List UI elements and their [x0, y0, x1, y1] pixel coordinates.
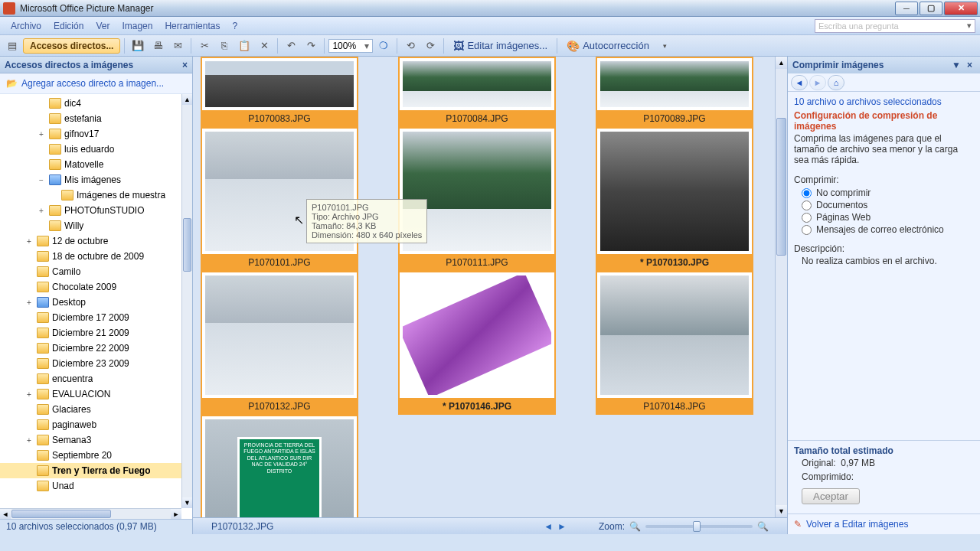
tree-item[interactable]: +EVALUACION [0, 386, 181, 402]
thumbnail-item[interactable]: PROVINCIA DE TIERRA DEL FUEGO ANTARTIDA … [201, 415, 358, 517]
menu-bar: Archivo Edición Ver Imagen Herramientas … [0, 17, 980, 35]
undo-icon[interactable]: ↶ [282, 37, 300, 54]
prev-image-icon[interactable]: ◄ [544, 521, 553, 532]
menu-archivo[interactable]: Archivo [5, 19, 47, 33]
left-panel-close-icon[interactable]: × [182, 60, 188, 70]
tree-item[interactable]: +Desktop [0, 295, 181, 310]
task-pane: Comprimir imágenes ▼ × ◄ ► ⌂ 10 archivo … [787, 57, 980, 534]
maximize-button[interactable]: ▢ [920, 2, 942, 15]
accept-button[interactable]: Aceptar [802, 488, 860, 504]
task-pane-dropdown-icon[interactable]: ▼ [949, 60, 964, 70]
rotate-right-icon[interactable]: ⟳ [421, 37, 439, 54]
tree-item[interactable]: paginaweb [0, 417, 181, 432]
description-label: Descripción: [794, 243, 974, 254]
zoom-out-icon[interactable]: 🔍 [629, 521, 641, 532]
minimize-button[interactable]: ─ [895, 2, 918, 15]
tree-item[interactable]: Diciembre 21 2009 [0, 325, 181, 341]
nav-home-icon[interactable]: ⌂ [828, 75, 844, 90]
auto-correct-button[interactable]: 🎨Autocorrección [561, 37, 655, 54]
save-icon[interactable]: 💾 [129, 37, 147, 54]
add-shortcut-link[interactable]: Agregar acceso directo a imagen... [0, 73, 192, 94]
tree-vertical-scrollbar[interactable]: ▲▼ [181, 94, 192, 508]
task-pane-close-icon[interactable]: × [964, 60, 975, 70]
tree-item[interactable]: Diciembre 22 2009 [0, 341, 181, 356]
thumbnail-item[interactable]: P1070132.JPG [201, 271, 358, 415]
tree-item[interactable]: +gifnov17 [0, 126, 181, 142]
tree-item[interactable]: Chocolate 2009 [0, 279, 181, 295]
tree-horizontal-scrollbar[interactable]: ◄► [0, 508, 181, 519]
tree-item[interactable]: 18 de octubre de 2009 [0, 249, 181, 264]
shortcuts-pane-icon[interactable]: ▤ [3, 37, 21, 54]
tree-item[interactable]: +Semana3 [0, 432, 181, 448]
left-panel: Accesos directos a imágenes × Agregar ac… [0, 57, 193, 534]
nav-fwd-icon[interactable]: ► [809, 75, 826, 90]
radio-documents[interactable]: Documentos [794, 199, 974, 211]
tree-item[interactable]: Diciembre 23 2009 [0, 356, 181, 371]
thumbnail-item[interactable]: P1070083.JPG [201, 57, 358, 127]
tree-item[interactable]: Septiembre 20 [0, 448, 181, 463]
edit-icon: ✎ [794, 519, 802, 530]
tree-item[interactable]: Glaciares [0, 402, 181, 417]
tree-item[interactable]: Tren y Tierra de Fuego [0, 463, 181, 478]
workspace: Accesos directos a imágenes × Agregar ac… [0, 57, 980, 534]
task-pane-header: Comprimir imágenes ▼ × [788, 57, 980, 73]
tree-item[interactable]: Unad [0, 478, 181, 494]
thumbnail-item[interactable]: P1070084.JPG [398, 57, 556, 127]
print-icon[interactable]: 🖶 [149, 37, 167, 54]
tree-item[interactable]: +PHOTOfunSTUDIO [0, 203, 181, 218]
cursor-icon: ↖ [294, 213, 304, 227]
compress-section-title: Configuración de compresión de imágenes [794, 110, 974, 132]
thumbnail-item[interactable]: P1070148.JPG [596, 271, 753, 415]
menu-imagen[interactable]: Imagen [116, 19, 158, 33]
thumbnails-scrollbar[interactable]: ▲▼ [775, 57, 787, 517]
zoom-in-icon[interactable]: 🔍 [757, 521, 769, 532]
task-pane-nav: ◄ ► ⌂ [788, 73, 980, 92]
redo-icon[interactable]: ↷ [302, 37, 320, 54]
radio-no-compress[interactable]: No comprimir [794, 187, 974, 199]
selection-status: 10 archivos seleccionados (0,97 MB) [0, 519, 192, 534]
compress-description: Comprima las imágenes para que el tamaño… [794, 133, 974, 165]
tree-item[interactable]: Imágenes de muestra [0, 187, 181, 203]
zoom-slider[interactable] [645, 525, 753, 528]
tree-item[interactable]: Diciembre 17 2009 [0, 310, 181, 325]
tree-item[interactable]: encuentra [0, 371, 181, 386]
zoom-combo[interactable]: 100%▾ [328, 39, 373, 53]
copy-icon[interactable]: ⎘ [215, 37, 234, 54]
tree-item[interactable]: luis eduardo [0, 142, 181, 157]
toolbar-overflow-icon[interactable]: ▾ [656, 37, 675, 54]
radio-web[interactable]: Páginas Web [794, 211, 974, 223]
cut-icon[interactable]: ✂ [195, 37, 214, 54]
radio-email[interactable]: Mensajes de correo electrónico [794, 223, 974, 236]
tree-item[interactable]: −Mis imágenes [0, 172, 181, 187]
current-filename: P1070132.JPG [211, 521, 273, 532]
thumbnail-item[interactable]: * P1070146.JPG [398, 271, 556, 415]
edit-images-button[interactable]: 🖼Editar imágenes... [448, 37, 553, 54]
menu-herramientas[interactable]: Herramientas [158, 19, 226, 33]
help-question-input[interactable]: Escriba una pregunta▾ [815, 19, 975, 33]
tree-item[interactable]: Willy [0, 218, 181, 233]
tree-item[interactable]: dic4 [0, 96, 181, 111]
thumbnail-area: ▦ ▭ ▢ P1070083.JPGP1070084.JPGP1070089.J… [193, 57, 787, 534]
menu-ver[interactable]: Ver [90, 19, 116, 33]
thumbnail-item[interactable]: * P1070130.JPG [596, 127, 753, 271]
delete-icon[interactable]: ✕ [255, 37, 273, 54]
window-title: Microsoft Office Picture Manager [20, 3, 894, 14]
back-to-edit-link[interactable]: ✎ Volver a Editar imágenes [788, 514, 980, 534]
rotate-left-icon[interactable]: ⟲ [401, 37, 420, 54]
mail-icon[interactable]: ✉ [168, 37, 187, 54]
shortcuts-button[interactable]: Accesos directos... [23, 38, 120, 54]
tree-item[interactable]: +12 de octubre [0, 233, 181, 249]
help-icon[interactable]: ❍ [374, 37, 393, 54]
next-image-icon[interactable]: ► [557, 521, 567, 532]
tree-item[interactable]: Camilo [0, 264, 181, 279]
nav-back-icon[interactable]: ◄ [791, 75, 808, 90]
menu-help[interactable]: ? [226, 19, 243, 33]
left-panel-header: Accesos directos a imágenes × [0, 57, 192, 73]
tree-item[interactable]: Matovelle [0, 157, 181, 172]
tree-item[interactable]: estefania [0, 111, 181, 126]
menu-edicion[interactable]: Edición [47, 19, 90, 33]
title-bar: Microsoft Office Picture Manager ─ ▢ ✕ [0, 0, 980, 17]
thumbnail-item[interactable]: P1070089.JPG [596, 57, 753, 127]
close-button[interactable]: ✕ [944, 2, 978, 15]
paste-icon[interactable]: 📋 [235, 37, 253, 54]
